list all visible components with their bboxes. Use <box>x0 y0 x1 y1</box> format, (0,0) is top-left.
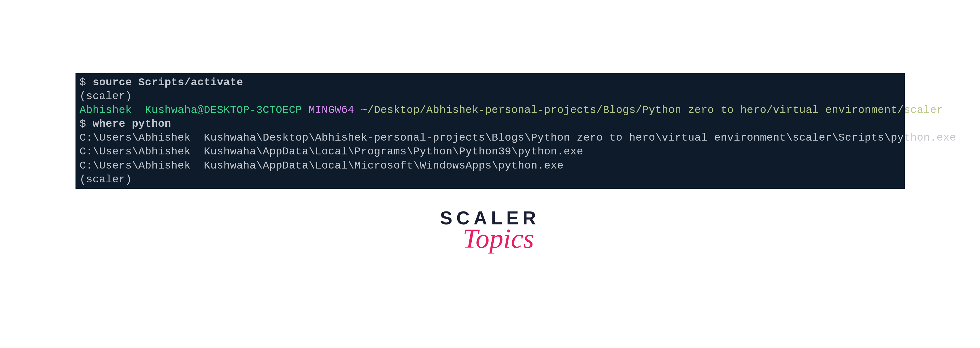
scaler-topics-logo: SCALER Topics <box>440 207 540 254</box>
command-text: where python <box>92 118 171 130</box>
mingw-label: MINGW64 <box>302 104 355 116</box>
terminal-output-line: C:\Users\Abhishek Kushwaha\AppData\Local… <box>80 159 901 173</box>
virtualenv-indicator: (scaler) <box>80 173 132 186</box>
user-host-text: Abhishek Kushwaha@DESKTOP-3CTOECP <box>80 104 302 116</box>
logo-topics-text: Topics <box>457 222 540 254</box>
terminal-window[interactable]: $ source Scripts/activate (scaler) Abhis… <box>75 73 905 189</box>
prompt-symbol: $ <box>80 76 92 89</box>
command-text: source Scripts/activate <box>92 76 243 89</box>
terminal-line: Abhishek Kushwaha@DESKTOP-3CTOECP MINGW6… <box>80 103 901 117</box>
terminal-output-line: C:\Users\Abhishek Kushwaha\Desktop\Abhis… <box>80 131 901 145</box>
working-directory: ~/Desktop/Abhishek-personal-projects/Blo… <box>355 104 943 116</box>
terminal-line: $ source Scripts/activate <box>80 75 901 89</box>
prompt-symbol: $ <box>80 118 92 130</box>
output-text: C:\Users\Abhishek Kushwaha\Desktop\Abhis… <box>80 132 956 144</box>
virtualenv-indicator: (scaler) <box>80 90 132 102</box>
terminal-line: (scaler) <box>80 173 901 186</box>
terminal-output-line: C:\Users\Abhishek Kushwaha\AppData\Local… <box>80 145 901 159</box>
output-text: C:\Users\Abhishek Kushwaha\AppData\Local… <box>80 160 564 172</box>
terminal-line: $ where python <box>80 117 901 131</box>
output-text: C:\Users\Abhishek Kushwaha\AppData\Local… <box>80 146 583 157</box>
terminal-line: (scaler) <box>80 89 901 103</box>
